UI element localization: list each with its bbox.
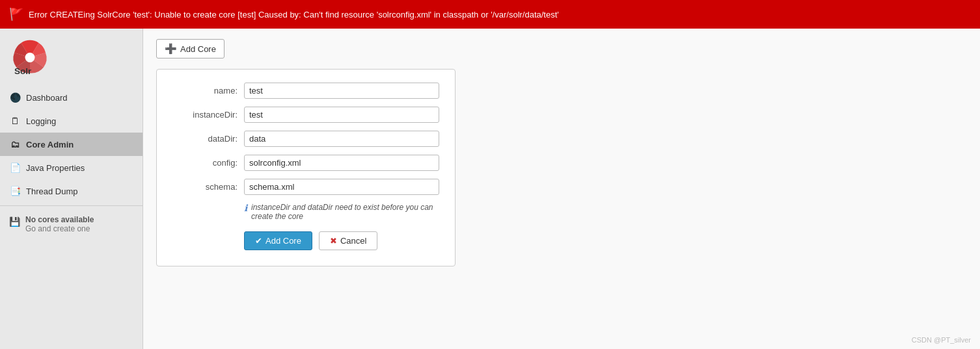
java-properties-icon: 📄 [9,162,21,174]
no-cores-subtitle: Go and create one [25,224,94,233]
thread-dump-icon: 📑 [9,185,21,197]
add-core-submit-button[interactable]: ✔ Add Core [244,231,312,250]
add-core-btn-label: Add Core [265,236,301,246]
sidebar-label-logging: Logging [26,116,56,126]
sidebar: Solr 🌑 Dashboard 🗒 Logging 🗂 Core Admin … [0,29,143,349]
logging-icon: 🗒 [9,115,21,127]
sidebar-item-java-properties[interactable]: 📄 Java Properties [0,156,143,179]
label-datadir: dataDir: [172,134,244,144]
form-row-schema: schema: [172,179,439,195]
sidebar-divider [0,205,143,206]
add-core-top-button[interactable]: ➕ Add Core [156,39,225,58]
sidebar-item-core-admin[interactable]: 🗂 Core Admin [0,133,143,156]
sidebar-label-java-properties: Java Properties [26,163,85,173]
no-cores-section: 💾 No cores available Go and create one [0,209,143,237]
plus-icon: ➕ [165,43,177,55]
core-admin-icon: 🗂 [9,138,21,150]
x-icon: ✖ [330,236,337,246]
error-icon: 🚩 [9,7,23,21]
add-core-top-label: Add Core [180,44,216,54]
form-row-instancedir: instanceDir: [172,107,439,123]
form-row-name: name: [172,83,439,99]
error-banner: 🚩 Error CREATEing SolrCore 'test': Unabl… [0,0,980,29]
input-name[interactable] [244,83,439,99]
form-row-datadir: dataDir: [172,131,439,147]
content-area: ➕ Add Core name: instanceDir: dataDir: [143,29,980,349]
check-icon: ✔ [255,236,262,246]
no-cores-title: No cores available [25,215,94,224]
sidebar-label-core-admin: Core Admin [26,140,74,149]
input-config[interactable] [244,155,439,171]
label-instancedir: instanceDir: [172,110,244,120]
label-schema: schema: [172,182,244,192]
label-config: config: [172,158,244,168]
label-name: name: [172,86,244,96]
no-cores-text: No cores available Go and create one [25,215,94,233]
form-info-text: instanceDir and dataDir need to exist be… [251,203,439,221]
sidebar-item-dashboard[interactable]: 🌑 Dashboard [0,86,143,109]
error-message: Error CREATEing SolrCore 'test': Unable … [29,10,559,19]
form-row-config: config: [172,155,439,171]
dashboard-icon: 🌑 [9,92,21,103]
svg-point-0 [25,53,35,62]
solr-logo: Solr [10,39,49,78]
sidebar-item-thread-dump[interactable]: 📑 Thread Dump [0,179,143,203]
info-icon: ℹ [244,203,247,213]
sidebar-label-dashboard: Dashboard [26,93,68,103]
svg-text:Solr: Solr [14,66,32,76]
cancel-button[interactable]: ✖ Cancel [319,231,377,250]
form-panel: name: instanceDir: dataDir: config: sche… [156,69,456,266]
input-instancedir[interactable] [244,107,439,123]
watermark: CSDN @PT_silver [912,336,971,344]
input-schema[interactable] [244,179,439,195]
sidebar-item-logging[interactable]: 🗒 Logging [0,109,143,133]
sidebar-nav: 🌑 Dashboard 🗒 Logging 🗂 Core Admin 📄 Jav… [0,86,143,203]
logo-area: Solr [0,29,143,86]
no-cores-icon: 💾 [9,216,20,227]
main-layout: Solr 🌑 Dashboard 🗒 Logging 🗂 Core Admin … [0,29,980,349]
form-info: ℹ instanceDir and dataDir need to exist … [244,203,439,221]
sidebar-label-thread-dump: Thread Dump [26,187,77,196]
input-datadir[interactable] [244,131,439,147]
form-actions: ✔ Add Core ✖ Cancel [244,231,439,250]
cancel-btn-label: Cancel [340,236,366,246]
